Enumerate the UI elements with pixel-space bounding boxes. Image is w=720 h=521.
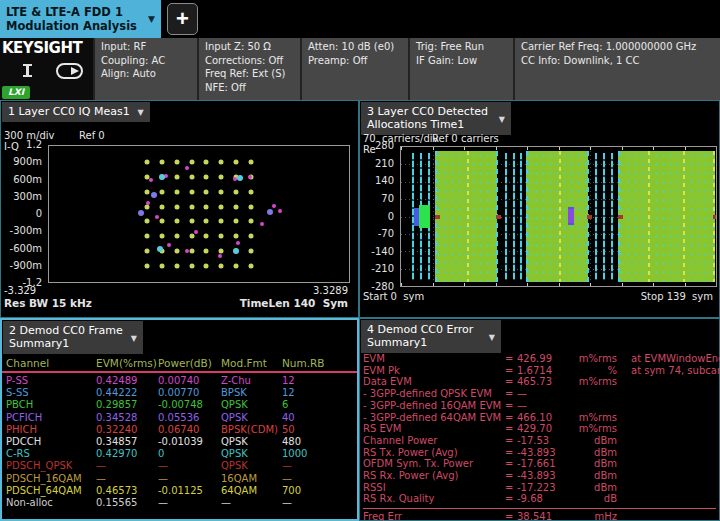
table-cell: PDSCH_64QAM bbox=[6, 485, 96, 497]
axis-tick bbox=[401, 283, 402, 286]
pane3-header[interactable]: 3 Layer CC0 Detected Allocations Time1 ▼ bbox=[361, 102, 511, 135]
table-cell: Z-Chu bbox=[221, 375, 282, 387]
error-point bbox=[185, 249, 189, 253]
axis-tick-label: 300m bbox=[13, 192, 42, 202]
constellation-point bbox=[174, 174, 179, 179]
status-group[interactable]: Input Z: 50 ΩCorrections: OffFreq Ref: E… bbox=[197, 38, 300, 100]
constellation-point bbox=[219, 189, 224, 194]
axis-tick-label: -70 bbox=[378, 229, 394, 239]
continuous-sweep-icon[interactable] bbox=[56, 63, 83, 79]
constellation-point bbox=[189, 189, 194, 194]
metric-label: Data EVM bbox=[363, 376, 505, 388]
table-cell: — bbox=[96, 460, 158, 472]
constellation-point bbox=[174, 159, 179, 164]
table-row: C-RS0.429700QPSK1000 bbox=[6, 448, 355, 460]
table-row: P-SS0.424890.00740Z-Chu12 bbox=[6, 375, 355, 387]
constellation-point bbox=[248, 249, 253, 254]
metric-label: OFDM Sym. Tx. Power bbox=[363, 458, 505, 470]
status-line: Input: RF bbox=[101, 40, 191, 54]
metric-value: -17.53 bbox=[517, 435, 569, 447]
constellation-point bbox=[248, 264, 253, 269]
table-cell: 0.42970 bbox=[96, 448, 158, 460]
status-group[interactable]: Input: RFCoupling: ACAlign: Auto bbox=[93, 38, 197, 100]
chevron-down-icon[interactable]: ▼ bbox=[138, 106, 144, 119]
metric-eq: = bbox=[505, 447, 517, 459]
pane-frame-summary: 2 Demod CC0 Frame Summary1 ▼ ChannelEVM(… bbox=[0, 318, 359, 521]
chevron-down-icon[interactable]: ▼ bbox=[148, 14, 155, 24]
constellation-point bbox=[145, 264, 150, 269]
axis-tick bbox=[590, 147, 591, 150]
constellation-point bbox=[174, 189, 179, 194]
axis-tick bbox=[590, 283, 591, 286]
status-group[interactable]: Trig: Free RunIF Gain: Low bbox=[408, 38, 513, 100]
table-cell: 6 bbox=[282, 399, 355, 411]
metric-extra bbox=[617, 493, 716, 505]
measurement-tab[interactable]: LTE & LTE-A FDD 1 Modulation Analysis ▼ bbox=[0, 0, 161, 38]
control-channel-stripe bbox=[611, 153, 613, 281]
constellation-point bbox=[189, 159, 194, 164]
pane2-title-line2: Summary1 bbox=[9, 337, 123, 350]
metric-row: EVM=426.99m%rmsat EVMWindowEnd bbox=[363, 353, 716, 365]
highlight-green bbox=[419, 205, 430, 227]
table-cell: QPSK bbox=[221, 436, 282, 448]
alloc-plot[interactable] bbox=[400, 146, 717, 287]
error-summary-body: EVM=426.99m%rmsat EVMWindowEndEVM Pk=1.6… bbox=[363, 353, 716, 521]
constellation-point bbox=[233, 204, 238, 209]
constellation-point bbox=[160, 159, 165, 164]
pane1-title: 1 Layer CC0 IQ Meas1 bbox=[8, 105, 130, 118]
constellation-point bbox=[204, 249, 209, 254]
axis-tick-label: 140 bbox=[375, 176, 394, 186]
status-line: Coupling: AC bbox=[101, 54, 191, 68]
pane2-title-line1: 2 Demod CC0 Frame bbox=[9, 324, 123, 337]
status-line: Corrections: Off bbox=[205, 54, 294, 68]
constellation-point bbox=[160, 219, 165, 224]
metric-eq: = bbox=[505, 400, 517, 412]
error-point bbox=[167, 243, 171, 247]
constellation-point bbox=[189, 234, 194, 239]
error-point bbox=[260, 222, 264, 226]
axis-tick bbox=[716, 283, 717, 286]
chevron-down-icon[interactable]: ▼ bbox=[499, 112, 505, 125]
table-cell: QPSK bbox=[221, 412, 282, 424]
column-header: EVM(%rms) bbox=[96, 357, 158, 369]
constellation-point bbox=[204, 219, 209, 224]
tab-title-line2: Modulation Analysis bbox=[6, 19, 146, 33]
status-group[interactable]: Atten: 10 dB (e0)Preamp: Off bbox=[300, 38, 408, 100]
table-cell: 50 bbox=[282, 424, 355, 436]
metric-value: 426.99 bbox=[517, 353, 569, 365]
chevron-down-icon[interactable]: ▼ bbox=[489, 330, 495, 343]
constellation-point bbox=[174, 204, 179, 209]
constellation-point bbox=[248, 189, 253, 194]
table-cell: QPSK bbox=[221, 448, 282, 460]
constellation-point bbox=[219, 249, 224, 254]
metric-value: — bbox=[517, 388, 569, 400]
error-point bbox=[278, 209, 282, 213]
add-tab-button[interactable]: + bbox=[167, 3, 198, 35]
table-cell: 0.00770 bbox=[158, 387, 221, 399]
marker-tick bbox=[713, 215, 717, 219]
pane1-header[interactable]: 1 Layer CC0 IQ Meas1 ▼ bbox=[2, 102, 150, 122]
constellation-point bbox=[233, 159, 238, 164]
status-line: IF Gain: Low bbox=[416, 54, 507, 68]
metric-extra bbox=[617, 458, 716, 470]
constellation-point bbox=[174, 234, 179, 239]
pane4-header[interactable]: 4 Demod CC0 Error Summary1 ▼ bbox=[361, 320, 501, 353]
control-channel-stripe bbox=[520, 153, 522, 281]
app-window: LTE & LTE-A FDD 1 Modulation Analysis ▼ … bbox=[0, 0, 720, 521]
axis-tick bbox=[622, 283, 623, 286]
constellation-point bbox=[204, 234, 209, 239]
single-sweep-icon[interactable] bbox=[26, 64, 29, 77]
metric-label: RS Rx. Power (Avg) bbox=[363, 470, 505, 482]
play-arrow-icon bbox=[71, 67, 79, 75]
pane2-header[interactable]: 2 Demod CC0 Frame Summary1 ▼ bbox=[3, 321, 143, 354]
metric-row: RS Rx. Power (Avg)=-43.893dBm bbox=[363, 470, 716, 482]
lxi-badge: LXI bbox=[2, 86, 30, 99]
constellation-point bbox=[160, 264, 165, 269]
table-cell: PDCCH bbox=[6, 436, 96, 448]
status-group[interactable]: Carrier Ref Freq: 1.000000000 GHzCC Info… bbox=[513, 38, 720, 100]
column-header: Power(dB) bbox=[158, 357, 221, 369]
allocation-boundary-line bbox=[467, 151, 469, 282]
iq-constellation-plot[interactable] bbox=[48, 145, 350, 283]
metric-extra bbox=[617, 470, 716, 482]
chevron-down-icon[interactable]: ▼ bbox=[131, 331, 137, 344]
